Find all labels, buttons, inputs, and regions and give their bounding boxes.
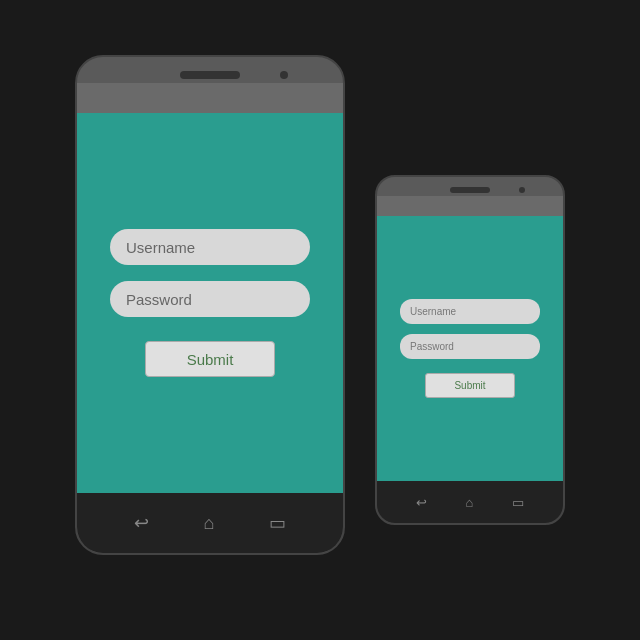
small-phone-top-strip xyxy=(377,196,563,216)
large-phone-teal-area: Username Password Submit xyxy=(77,113,343,493)
small-password-field[interactable]: Password xyxy=(400,334,540,359)
small-phone-teal-area: Username Password Submit xyxy=(377,216,563,481)
small-phone-screen: Username Password Submit xyxy=(377,196,563,481)
large-phone-speaker xyxy=(180,71,240,79)
large-username-label: Username xyxy=(126,239,195,256)
small-phone-nav-bar: ↩ ⌂ ▭ xyxy=(377,481,563,523)
large-home-icon[interactable]: ⌂ xyxy=(204,513,215,534)
large-phone-top-strip xyxy=(77,83,343,113)
small-password-label: Password xyxy=(410,341,454,352)
large-phone: Username Password Submit ↩ ⌂ ▭ xyxy=(75,55,345,555)
small-back-icon[interactable]: ↩ xyxy=(416,495,427,510)
large-submit-label: Submit xyxy=(187,351,234,368)
large-recent-icon[interactable]: ▭ xyxy=(269,512,286,534)
large-password-field[interactable]: Password xyxy=(110,281,310,317)
small-username-label: Username xyxy=(410,306,456,317)
small-recent-icon[interactable]: ▭ xyxy=(512,495,524,510)
small-phone-speaker xyxy=(450,187,490,193)
small-submit-button[interactable]: Submit xyxy=(425,373,515,398)
small-home-icon[interactable]: ⌂ xyxy=(466,495,474,510)
small-submit-label: Submit xyxy=(454,380,485,391)
small-phone-camera xyxy=(519,187,525,193)
small-username-field[interactable]: Username xyxy=(400,299,540,324)
small-phone: Username Password Submit ↩ ⌂ ▭ xyxy=(375,175,565,525)
large-back-icon[interactable]: ↩ xyxy=(134,512,149,534)
large-phone-camera xyxy=(280,71,288,79)
large-phone-nav-bar: ↩ ⌂ ▭ xyxy=(77,493,343,553)
large-username-field[interactable]: Username xyxy=(110,229,310,265)
large-submit-button[interactable]: Submit xyxy=(145,341,275,377)
large-phone-screen: Username Password Submit xyxy=(77,83,343,493)
large-password-label: Password xyxy=(126,291,192,308)
